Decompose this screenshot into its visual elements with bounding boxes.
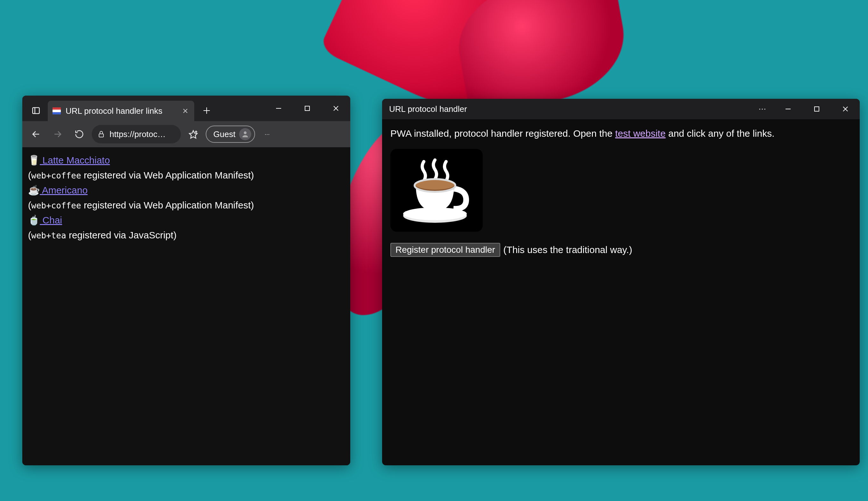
note-text: ( — [28, 170, 31, 180]
lock-icon — [97, 130, 105, 138]
pwa-window: URL protocol handler ⋯ PWA installed, pr… — [382, 99, 860, 465]
pwa-body-suffix: and click any of the links. — [666, 128, 774, 139]
pwa-maximize-button[interactable] — [802, 99, 831, 119]
link-chai[interactable]: Chai — [40, 215, 62, 225]
profile-label: Guest — [213, 129, 235, 139]
drink-emoji-icon: 🍵 — [28, 215, 40, 225]
drink-emoji-icon: ☕ — [28, 185, 40, 195]
pwa-content: PWA installed, protocol handler register… — [382, 119, 860, 465]
register-note-text: (This uses the traditional way.) — [503, 243, 633, 257]
browser-toolbar: https://protoc… Guest ⋯ — [22, 121, 350, 147]
link-americano[interactable]: Americano — [40, 185, 88, 195]
browser-titlebar: URL protocol handler links — [22, 96, 350, 121]
svg-point-19 — [244, 131, 247, 134]
note-text: ( — [28, 230, 31, 240]
pwa-body-prefix: PWA installed, protocol handler register… — [391, 128, 615, 139]
new-tab-button[interactable] — [199, 103, 215, 119]
svg-rect-21 — [814, 107, 819, 111]
svg-rect-15 — [99, 134, 103, 137]
note-text: registered via Web Application Manifest) — [81, 170, 254, 180]
pwa-close-button[interactable] — [831, 99, 860, 119]
address-bar[interactable]: https://protoc… — [92, 125, 181, 143]
nav-forward-button[interactable] — [48, 125, 67, 143]
browser-window: URL protocol handler links — [22, 96, 350, 465]
wallpaper-petal — [449, 0, 633, 115]
pwa-title: URL protocol handler — [389, 104, 467, 114]
nav-back-button[interactable] — [27, 125, 45, 143]
pwa-more-options-button[interactable]: ⋯ — [751, 99, 774, 119]
window-maximize-button[interactable] — [293, 97, 322, 119]
more-options-button[interactable]: ⋯ — [258, 125, 277, 143]
svg-rect-4 — [53, 112, 61, 115]
favorites-button[interactable] — [184, 125, 202, 143]
tab-favicon — [52, 106, 61, 115]
window-close-button[interactable] — [322, 97, 350, 119]
note-text: ( — [28, 200, 31, 210]
svg-rect-0 — [33, 108, 40, 114]
window-minimize-button[interactable] — [264, 97, 293, 119]
address-text: https://protoc… — [110, 129, 175, 139]
protocol-text: web+coffee — [31, 201, 81, 210]
link-test-website[interactable]: test website — [615, 128, 666, 139]
svg-rect-3 — [53, 110, 61, 112]
profile-button[interactable]: Guest — [206, 126, 255, 143]
protocol-text: web+tea — [31, 231, 66, 240]
pwa-body-text: PWA installed, protocol handler register… — [391, 126, 851, 140]
profile-avatar-icon — [239, 128, 251, 140]
tab-actions-button[interactable] — [28, 102, 45, 119]
link-latte-macchiato[interactable]: Latte Macchiato — [40, 155, 110, 166]
tab-close-button[interactable] — [181, 106, 190, 115]
browser-tab[interactable]: URL protocol handler links — [48, 101, 194, 121]
browser-content: 🥛 Latte Macchiato (web+coffee registered… — [22, 147, 350, 465]
drink-emoji-icon: 🥛 — [28, 155, 40, 166]
svg-rect-2 — [53, 107, 61, 110]
note-text: registered via Web Application Manifest) — [81, 200, 254, 210]
svg-rect-10 — [305, 106, 309, 110]
protocol-text: web+coffee — [31, 171, 81, 180]
note-text: registered via JavaScript) — [66, 230, 177, 240]
coffee-cup-icon — [391, 149, 483, 232]
pwa-minimize-button[interactable] — [774, 99, 802, 119]
nav-refresh-button[interactable] — [70, 125, 89, 143]
register-protocol-handler-button[interactable]: Register protocol handler — [391, 243, 500, 257]
tab-title: URL protocol handler links — [66, 106, 176, 116]
pwa-titlebar: URL protocol handler ⋯ — [382, 99, 860, 119]
